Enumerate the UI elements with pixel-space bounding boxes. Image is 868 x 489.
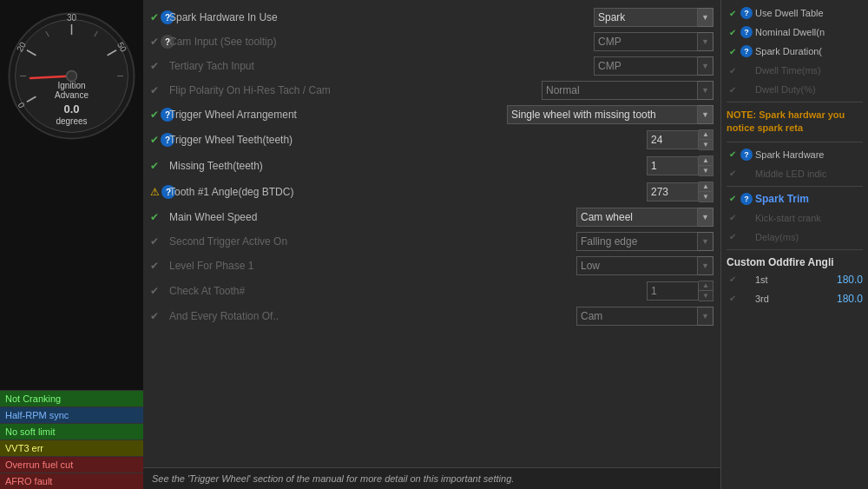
setting-row-check-tooth: ✔ Check At Tooth# 1 ▲ ▼ [150,278,713,304]
ignition-advance-gauge: 20 30 50 0 Ignition Advance 0.0 [4,9,139,143]
flip-polarity-dropdown-btn[interactable]: ▼ [698,81,713,100]
cam-input-label: Cam Input (See tooltip) [169,36,594,48]
setting-row-second-trigger: ✔ Second Trigger Active On Falling edge … [150,229,713,254]
spinner-down[interactable]: ▼ [699,192,713,202]
help-icon[interactable]: ? [740,26,753,38]
right-panel: ✔ ? Use Dwell Table ✔ ? Nominal Dwell(n … [720,0,868,489]
cam-input-control: CMP ▼ [594,32,713,51]
status-not-cranking: Not Cranking [0,390,143,406]
spark-hardware-label: Spark Hardware In Use [169,11,594,23]
help-icon-empty [740,293,753,305]
help-icon-empty [740,83,753,96]
second-trigger-dropdown[interactable]: Falling edge [576,232,698,251]
spark-hardware-dropdown[interactable]: Spark [594,8,698,27]
right-row-spark-trim: ✔ ? Spark Trim [727,189,863,208]
level-phase1-dropdown-btn[interactable]: ▼ [698,256,713,275]
level-phase1-control: Low ▼ [576,256,713,275]
spark-hardware-dropdown-btn[interactable]: ▼ [698,8,713,27]
trigger-arrangement-label: Trigger Wheel Arrangement [169,109,507,121]
divider [727,186,863,187]
flip-polarity-control: Normal ▼ [542,81,713,100]
help-icon[interactable]: ? [740,193,753,205]
gauge-svg: 20 30 50 0 Ignition Advance 0.0 [4,9,139,143]
spinner-down[interactable]: ▼ [699,291,713,301]
spinner-down[interactable]: ▼ [699,166,713,175]
trigger-arrangement-dropdown[interactable]: Single wheel with missing tooth [507,105,698,124]
checkmark-icon: ✔ [150,260,159,272]
help-icon-empty [740,231,753,243]
spinner-up[interactable]: ▲ [699,130,713,140]
trigger-teeth-spinner: ▲ ▼ [699,129,713,150]
tertiary-tach-dropdown[interactable]: CMP [594,56,698,76]
checkmark-icon: ✔ [150,211,159,223]
checkmark-icon: ✔ [727,274,739,286]
spinner-up[interactable]: ▲ [699,156,713,166]
3rd-value: 180.0 [832,293,863,305]
missing-teeth-spinner: ▲ ▼ [699,155,713,176]
main-wheel-speed-dropdown[interactable]: Cam wheel [576,208,698,227]
main-settings-panel: ✔ ? Spark Hardware In Use Spark ▼ ✔ ? Ca… [143,0,720,489]
checkmark-icon: ✔ [727,83,739,96]
every-rotation-dropdown[interactable]: Cam [576,307,698,326]
divider [727,142,863,142]
tooth-angle-spinner: ▲ ▼ [699,182,713,202]
checkmark-icon: ✔ [150,160,159,172]
settings-scroll-area[interactable]: ✔ ? Spark Hardware In Use Spark ▼ ✔ ? Ca… [143,0,720,467]
setting-row-tooth-angle: ⚠ ? Tooth #1 Angle(deg BTDC) 273 ▲ ▼ [150,179,713,205]
trigger-arrangement-dropdown-btn[interactable]: ▼ [698,105,713,124]
spinner-down[interactable]: ▼ [699,140,713,149]
flip-polarity-dropdown[interactable]: Normal [542,81,698,100]
right-row-kickstart: ✔ Kick-start crank [727,208,863,228]
check-tooth-input[interactable]: 1 [647,281,699,301]
checkmark-icon: ✔ [727,293,739,305]
footer-note: See the 'Trigger Wheel' section of the m… [143,467,720,489]
checkmark-icon: ✔ [150,60,159,72]
checkmark-icon: ✔ [150,235,159,248]
help-icon-empty [740,274,753,286]
cam-input-dropdown-btn[interactable]: ▼ [698,32,713,51]
second-trigger-control: Falling edge ▼ [576,232,713,251]
setting-row-flip-polarity: ✔ Flip Polarity On Hi-Res Tach / Cam Nor… [150,78,713,102]
help-icon-empty [740,64,753,76]
setting-row-cam-input: ✔ ? Cam Input (See tooltip) CMP ▼ [150,30,713,54]
checkmark-icon: ✔ [150,84,159,96]
svg-text:Advance: Advance [55,90,89,100]
delay-ms-label: Delay(ms) [755,232,863,242]
setting-row-tertiary-tach: ✔ Tertiary Tach Input CMP ▼ [150,54,713,78]
spark-trim-label: Spark Trim [755,193,809,205]
main-wheel-speed-dropdown-btn[interactable]: ▼ [698,208,713,227]
checkmark-icon: ✔ [727,64,739,76]
nominal-dwell-label: Nominal Dwell(n [755,27,863,37]
checkmark-icon: ✔ [727,7,739,19]
right-row-spark-duration: ✔ ? Spark Duration( [727,42,863,61]
cam-input-dropdown[interactable]: CMP [594,32,698,51]
setting-row-spark-hardware: ✔ ? Spark Hardware In Use Spark ▼ [150,5,713,30]
help-icon[interactable]: ? [740,45,753,57]
spinner-up[interactable]: ▲ [699,281,713,291]
spinner-up[interactable]: ▲ [699,182,713,192]
check-tooth-spinner: ▲ ▼ [699,281,713,301]
checkmark-icon: ✔ [727,26,739,38]
checkmark-icon: ✔ [727,168,739,180]
level-phase1-dropdown[interactable]: Low [576,256,698,275]
svg-text:0.0: 0.0 [63,102,79,116]
help-icon[interactable]: ? [740,149,753,161]
1st-label: 1st [755,274,832,285]
second-trigger-dropdown-btn[interactable]: ▼ [698,232,713,251]
warning-icon: ⚠ [150,186,160,198]
tooth-angle-input[interactable]: 273 [647,182,699,202]
every-rotation-dropdown-btn[interactable]: ▼ [698,307,713,326]
trigger-teeth-input[interactable]: 24 [647,130,699,149]
middle-led-label: Middle LED indic [755,169,863,179]
setting-row-every-rotation: ✔ And Every Rotation Of.. Cam ▼ [150,304,713,328]
missing-teeth-input[interactable]: 1 [647,156,699,175]
every-rotation-label: And Every Rotation Of.. [169,310,576,322]
help-icon-empty [740,212,753,224]
checkmark-icon: ✔ [727,45,739,57]
help-icon[interactable]: ? [740,7,753,19]
tooth-angle-label: Tooth #1 Angle(deg BTDC) [169,186,647,198]
tertiary-tach-dropdown-btn[interactable]: ▼ [698,56,713,76]
svg-text:Ignition: Ignition [57,81,85,90]
check-tooth-control: 1 ▲ ▼ [647,281,713,301]
setting-row-missing-teeth: ✔ Missing Teeth(teeth) 1 ▲ ▼ [150,153,713,179]
